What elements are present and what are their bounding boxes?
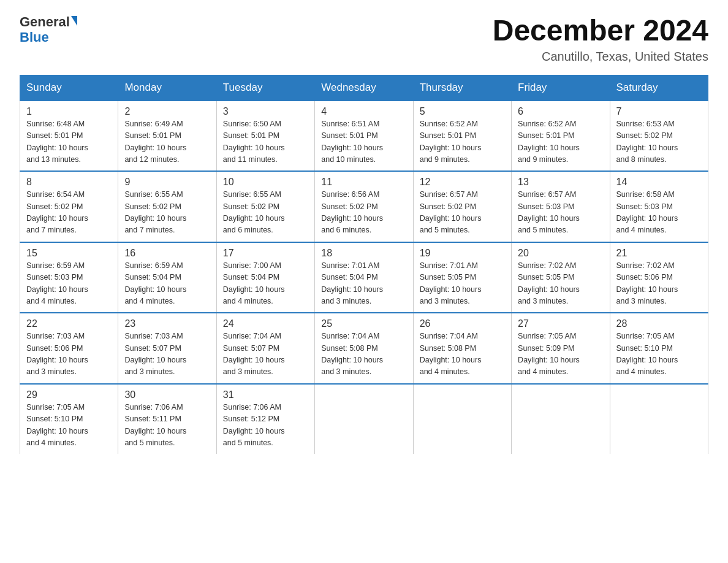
sunset-line: Sunset: 5:03 PM	[616, 202, 673, 211]
day-number: 13	[518, 177, 603, 188]
calendar-day-23: 23Sunrise: 7:03 AMSunset: 5:07 PMDayligh…	[118, 313, 216, 384]
calendar-day-17: 17Sunrise: 7:00 AMSunset: 5:04 PMDayligh…	[216, 242, 314, 313]
sunrise-line: Sunrise: 6:54 AM	[26, 190, 85, 199]
daylight-line1: Daylight: 10 hours	[616, 214, 678, 223]
calendar-day-15: 15Sunrise: 6:59 AMSunset: 5:03 PMDayligh…	[20, 242, 118, 313]
daylight-line1: Daylight: 10 hours	[518, 144, 580, 152]
daylight-line1: Daylight: 10 hours	[26, 214, 88, 223]
day-number: 22	[26, 318, 112, 329]
sunset-line: Sunset: 5:11 PM	[124, 415, 181, 423]
day-number: 4	[321, 106, 406, 117]
day-info: Sunrise: 6:56 AMSunset: 5:02 PMDaylight:…	[321, 189, 406, 237]
sunset-line: Sunset: 5:08 PM	[321, 344, 377, 353]
sunset-line: Sunset: 5:02 PM	[223, 202, 279, 211]
day-info: Sunrise: 6:52 AMSunset: 5:01 PMDaylight:…	[420, 118, 505, 166]
calendar-day-9: 9Sunrise: 6:55 AMSunset: 5:02 PMDaylight…	[118, 171, 216, 242]
sunrise-line: Sunrise: 6:57 AM	[518, 190, 576, 199]
day-number: 6	[518, 106, 603, 117]
daylight-line2: and 4 minutes.	[124, 297, 175, 305]
sunrise-line: Sunrise: 6:51 AM	[321, 120, 379, 128]
day-number: 2	[124, 106, 210, 117]
calendar-day-3: 3Sunrise: 6:50 AMSunset: 5:01 PMDaylight…	[216, 101, 314, 172]
daylight-line2: and 4 minutes.	[616, 367, 667, 376]
day-info: Sunrise: 7:00 AMSunset: 5:04 PMDaylight:…	[223, 260, 308, 308]
day-number: 20	[518, 248, 603, 259]
daylight-line1: Daylight: 10 hours	[223, 144, 285, 152]
sunset-line: Sunset: 5:01 PM	[26, 131, 83, 140]
day-info: Sunrise: 7:06 AMSunset: 5:12 PMDaylight:…	[223, 402, 308, 450]
daylight-line1: Daylight: 10 hours	[420, 214, 482, 223]
sunset-line: Sunset: 5:02 PM	[420, 202, 476, 211]
sunrise-line: Sunrise: 7:04 AM	[321, 332, 379, 340]
calendar-day-14: 14Sunrise: 6:58 AMSunset: 5:03 PMDayligh…	[610, 171, 708, 242]
calendar-day-19: 19Sunrise: 7:01 AMSunset: 5:05 PMDayligh…	[413, 242, 511, 313]
sunset-line: Sunset: 5:04 PM	[223, 273, 279, 282]
calendar-empty-cell	[512, 384, 610, 454]
calendar-header-tuesday: Tuesday	[216, 75, 314, 101]
calendar-header-sunday: Sunday	[20, 75, 118, 101]
day-info: Sunrise: 6:57 AMSunset: 5:03 PMDaylight:…	[518, 189, 603, 237]
daylight-line1: Daylight: 10 hours	[26, 356, 88, 364]
sunset-line: Sunset: 5:04 PM	[124, 273, 181, 282]
calendar-day-28: 28Sunrise: 7:05 AMSunset: 5:10 PMDayligh…	[610, 313, 708, 384]
day-info: Sunrise: 7:04 AMSunset: 5:08 PMDaylight:…	[420, 331, 505, 378]
daylight-line1: Daylight: 10 hours	[124, 356, 186, 364]
calendar-day-6: 6Sunrise: 6:52 AMSunset: 5:01 PMDaylight…	[512, 101, 610, 172]
day-info: Sunrise: 7:01 AMSunset: 5:04 PMDaylight:…	[321, 260, 406, 308]
day-info: Sunrise: 6:54 AMSunset: 5:02 PMDaylight:…	[26, 189, 112, 237]
calendar-header-saturday: Saturday	[610, 75, 708, 101]
calendar-table: SundayMondayTuesdayWednesdayThursdayFrid…	[20, 75, 708, 454]
daylight-line2: and 8 minutes.	[616, 155, 667, 164]
day-number: 8	[26, 177, 112, 188]
sunset-line: Sunset: 5:04 PM	[321, 273, 377, 282]
calendar-day-24: 24Sunrise: 7:04 AMSunset: 5:07 PMDayligh…	[216, 313, 314, 384]
sunset-line: Sunset: 5:05 PM	[420, 273, 476, 282]
daylight-line1: Daylight: 10 hours	[223, 356, 285, 364]
daylight-line1: Daylight: 10 hours	[616, 356, 678, 364]
sunrise-line: Sunrise: 6:52 AM	[518, 120, 576, 128]
daylight-line2: and 4 minutes.	[518, 367, 568, 376]
day-info: Sunrise: 6:58 AMSunset: 5:03 PMDaylight:…	[616, 189, 702, 237]
daylight-line1: Daylight: 10 hours	[321, 144, 383, 152]
daylight-line2: and 9 minutes.	[518, 155, 568, 164]
sunrise-line: Sunrise: 7:03 AM	[26, 332, 85, 340]
daylight-line2: and 7 minutes.	[124, 226, 175, 234]
sunrise-line: Sunrise: 7:06 AM	[124, 403, 183, 412]
daylight-line2: and 3 minutes.	[124, 367, 175, 376]
day-number: 5	[420, 106, 505, 117]
sunset-line: Sunset: 5:01 PM	[321, 131, 377, 140]
day-info: Sunrise: 7:05 AMSunset: 5:10 PMDaylight:…	[26, 402, 112, 450]
sunset-line: Sunset: 5:02 PM	[616, 131, 673, 140]
daylight-line2: and 4 minutes.	[26, 439, 77, 447]
calendar-day-30: 30Sunrise: 7:06 AMSunset: 5:11 PMDayligh…	[118, 384, 216, 454]
day-number: 1	[26, 106, 112, 117]
daylight-line1: Daylight: 10 hours	[223, 214, 285, 223]
day-info: Sunrise: 6:55 AMSunset: 5:02 PMDaylight:…	[124, 189, 210, 237]
day-info: Sunrise: 7:03 AMSunset: 5:07 PMDaylight:…	[124, 331, 210, 378]
day-number: 21	[616, 248, 702, 259]
calendar-day-21: 21Sunrise: 7:02 AMSunset: 5:06 PMDayligh…	[610, 242, 708, 313]
sunset-line: Sunset: 5:02 PM	[321, 202, 377, 211]
sunset-line: Sunset: 5:06 PM	[616, 273, 673, 282]
sunset-line: Sunset: 5:12 PM	[223, 415, 279, 423]
sunrise-line: Sunrise: 6:58 AM	[616, 190, 675, 199]
calendar-day-25: 25Sunrise: 7:04 AMSunset: 5:08 PMDayligh…	[315, 313, 413, 384]
day-number: 24	[223, 318, 308, 329]
daylight-line2: and 4 minutes.	[420, 367, 470, 376]
day-info: Sunrise: 6:49 AMSunset: 5:01 PMDaylight:…	[124, 118, 210, 166]
sunset-line: Sunset: 5:08 PM	[420, 344, 476, 353]
day-number: 25	[321, 318, 406, 329]
calendar-day-26: 26Sunrise: 7:04 AMSunset: 5:08 PMDayligh…	[413, 313, 511, 384]
daylight-line1: Daylight: 10 hours	[518, 214, 580, 223]
sunrise-line: Sunrise: 6:50 AM	[223, 120, 281, 128]
day-number: 9	[124, 177, 210, 188]
daylight-line2: and 4 minutes.	[26, 297, 77, 305]
daylight-line2: and 13 minutes.	[26, 155, 81, 164]
daylight-line2: and 3 minutes.	[616, 297, 667, 305]
day-info: Sunrise: 6:57 AMSunset: 5:02 PMDaylight:…	[420, 189, 505, 237]
sunrise-line: Sunrise: 6:55 AM	[124, 190, 183, 199]
day-info: Sunrise: 6:51 AMSunset: 5:01 PMDaylight:…	[321, 118, 406, 166]
calendar-day-20: 20Sunrise: 7:02 AMSunset: 5:05 PMDayligh…	[512, 242, 610, 313]
title-area: December 2024 Canutillo, Texas, United S…	[493, 15, 708, 64]
sunrise-line: Sunrise: 7:05 AM	[518, 332, 576, 340]
